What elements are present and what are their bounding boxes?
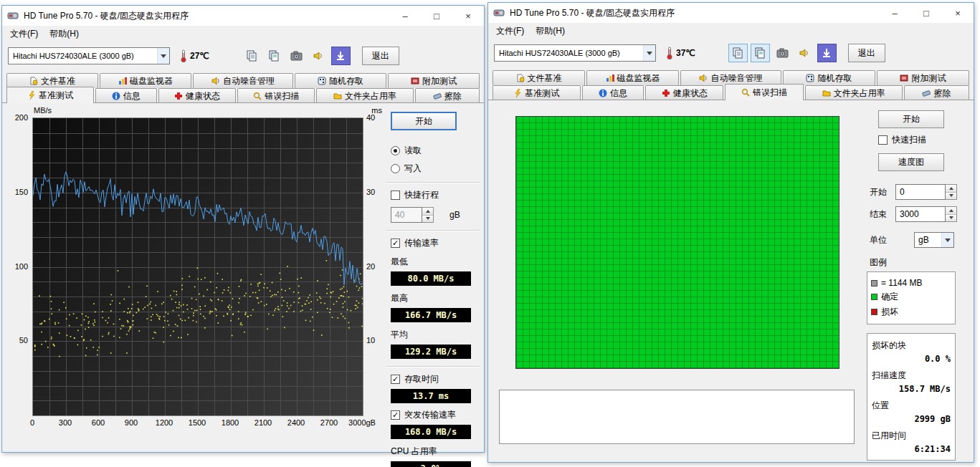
chevron-down-icon[interactable]	[157, 48, 169, 64]
drive-select[interactable]: Hitachi HUS724030ALE (3000 gB)	[8, 47, 170, 64]
step-up-icon[interactable]	[422, 208, 433, 215]
tab-label: 文件夹占用率	[834, 87, 885, 100]
toolbar: Hitachi HUS724030ALE (3000 gB) 27℃ 退出	[2, 42, 484, 70]
tab-extra-tests[interactable]: 附加测试	[388, 73, 480, 88]
close-button[interactable]: ×	[452, 6, 484, 26]
tab-health[interactable]: 健康状态	[645, 85, 723, 100]
download-update-button[interactable]	[817, 44, 837, 62]
tab-erase[interactable]: 擦除	[415, 88, 480, 103]
tab-health[interactable]: 健康状态	[158, 88, 236, 103]
tab-benchmark[interactable]: 基准测试	[493, 85, 581, 100]
tab-info[interactable]: 信息	[582, 85, 644, 100]
copy-screenshot-button[interactable]	[751, 44, 770, 62]
max-value: 166.7 MB/s	[391, 308, 471, 322]
tab-error-scan[interactable]: 错误扫描	[237, 88, 315, 103]
scan-start-input[interactable]: 0	[895, 184, 946, 200]
chevron-down-icon[interactable]	[643, 45, 655, 61]
tab-benchmark[interactable]: 基准测试	[6, 87, 94, 103]
titlebar[interactable]: HD Tune Pro 5.70 - 硬盘/固态硬盘实用程序 – □ ×	[2, 6, 484, 26]
tab-disk-monitor[interactable]: 磁盘监视器	[586, 70, 679, 85]
write-radio-row[interactable]: 写入	[391, 163, 481, 175]
read-radio[interactable]	[391, 146, 400, 155]
app-icon	[493, 7, 505, 19]
scan-end-input[interactable]: 3000	[895, 206, 946, 222]
tab-error-scan[interactable]: 错误扫描	[725, 84, 803, 100]
desktop: { "left": { "titlebar": {"title": "HD Tu…	[0, 0, 980, 467]
titlebar[interactable]: HD Tune Pro 5.70 - 硬盘/固态硬盘实用程序 – □ ×	[488, 3, 974, 23]
read-radio-row[interactable]: 读取	[391, 145, 481, 157]
maximize-button[interactable]: □	[910, 3, 942, 23]
tab-label: 自动噪音管理	[710, 72, 762, 85]
position-value: 2999 gB	[872, 414, 951, 424]
tab-aam[interactable]: 自动噪音管理	[193, 73, 293, 88]
tab-random-access[interactable]: 随机存取	[295, 73, 386, 88]
temperature-indicator: 27℃	[180, 49, 209, 63]
copy-results-button[interactable]	[728, 44, 748, 62]
drive-select[interactable]: Hitachi HUS724030ALE (3000 gB)	[494, 44, 656, 62]
short-stroke-label: 快捷行程	[404, 189, 439, 201]
tab-random-access[interactable]: 随机存取	[783, 70, 875, 85]
burst-rate-row[interactable]: 突发传输速率	[391, 409, 481, 421]
minimize-button[interactable]: –	[389, 6, 421, 26]
scan-start-stepper[interactable]	[946, 184, 957, 200]
drive-select-value: Hitachi HUS724030ALE (3000 gB)	[499, 49, 620, 57]
short-stroke-size-input[interactable]: 40	[391, 207, 422, 223]
aam-speaker-icon[interactable]	[795, 44, 814, 62]
aam-speaker-icon[interactable]	[309, 47, 328, 65]
tab-aam[interactable]: 自动噪音管理	[680, 70, 781, 85]
download-update-button[interactable]	[331, 47, 351, 65]
short-stroke-row[interactable]: 快捷行程	[391, 189, 481, 201]
short-stroke-stepper[interactable]	[422, 207, 434, 223]
camera-icon[interactable]	[287, 47, 306, 65]
tab-file-benchmark[interactable]: 文件基准	[6, 73, 98, 88]
unit-value: gB	[918, 235, 929, 245]
burst-rate-checkbox[interactable]	[391, 410, 400, 420]
start-button[interactable]: 开始	[391, 112, 457, 130]
copy-results-button[interactable]	[242, 47, 262, 65]
tab-label: 错误扫描	[753, 87, 787, 99]
close-button[interactable]: ×	[942, 3, 974, 23]
axis-tick: 150	[6, 188, 28, 196]
write-radio[interactable]	[391, 164, 400, 173]
camera-icon[interactable]	[773, 44, 792, 62]
maximize-button[interactable]: □	[421, 6, 452, 26]
scan-end-stepper[interactable]	[946, 206, 957, 222]
tab-erase[interactable]: 擦除	[904, 85, 969, 100]
unit-select[interactable]: gB	[914, 232, 954, 248]
access-time-row[interactable]: 存取时间	[391, 373, 481, 385]
error-scan-content: 开始 快速扫描 速度图 开始 0 结束 3000 单位 gB 图例 = 1144…	[488, 100, 974, 462]
access-time-checkbox[interactable]	[391, 375, 400, 384]
quick-scan-row[interactable]: 快速扫描	[878, 134, 969, 146]
benchmark-plot-canvas	[32, 117, 363, 416]
transfer-rate-row[interactable]: 传输速率	[391, 237, 481, 249]
speed-map-button[interactable]: 速度图	[878, 153, 944, 171]
start-button[interactable]: 开始	[878, 110, 944, 128]
tab-label: 附加测试	[911, 72, 946, 85]
tab-extra-tests[interactable]: 附加测试	[877, 70, 969, 85]
menu-file[interactable]: 文件(F)	[4, 26, 44, 42]
menu-help[interactable]: 帮助(H)	[530, 23, 571, 39]
tab-folder-usage[interactable]: 文件夹占用率	[805, 85, 903, 100]
tab-info[interactable]: 信息	[95, 88, 157, 103]
exit-button[interactable]: 退出	[848, 44, 885, 62]
minimize-button[interactable]: –	[879, 3, 910, 23]
temperature-value: 37℃	[676, 48, 695, 58]
tab-file-benchmark[interactable]: 文件基准	[493, 70, 585, 85]
exit-button[interactable]: 退出	[362, 47, 399, 65]
step-up-icon[interactable]	[946, 185, 956, 192]
copy-screenshot-button[interactable]	[265, 47, 284, 65]
tab-disk-monitor[interactable]: 磁盘监视器	[100, 73, 191, 88]
step-down-icon[interactable]	[422, 215, 433, 223]
elapsed-time-value: 6:21:34	[872, 444, 951, 454]
menu-file[interactable]: 文件(F)	[490, 23, 530, 39]
transfer-rate-checkbox[interactable]	[391, 239, 400, 248]
menu-help[interactable]: 帮助(H)	[44, 26, 85, 42]
step-up-icon[interactable]	[946, 207, 956, 214]
tab-folder-usage[interactable]: 文件夹占用率	[316, 88, 413, 103]
step-down-icon[interactable]	[946, 214, 956, 222]
short-stroke-checkbox[interactable]	[391, 191, 400, 200]
step-down-icon[interactable]	[946, 192, 956, 200]
chevron-down-icon[interactable]	[941, 233, 953, 247]
quick-scan-checkbox[interactable]	[878, 135, 888, 145]
benchmark-side-panel: 开始 读取 写入 快捷行程 40 gB 传输速率 最低 80.0 MB/s 最高…	[385, 106, 481, 467]
